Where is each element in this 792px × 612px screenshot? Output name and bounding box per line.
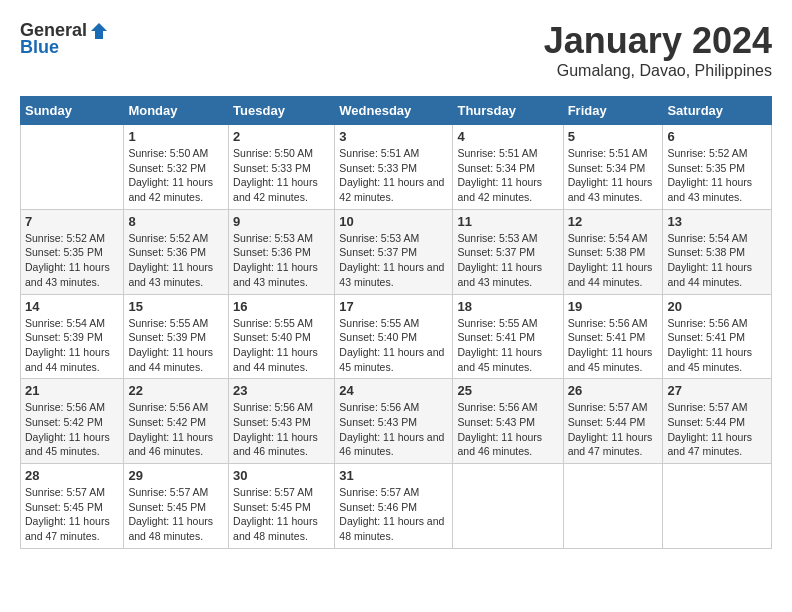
daylight-text: Daylight: 11 hours and 47 minutes. <box>667 431 752 458</box>
day-number: 26 <box>568 383 659 398</box>
calendar-cell: 19 Sunrise: 5:56 AM Sunset: 5:41 PM Dayl… <box>563 294 663 379</box>
weekday-header-saturday: Saturday <box>663 97 772 125</box>
sunrise-text: Sunrise: 5:50 AM <box>233 147 313 159</box>
day-number: 5 <box>568 129 659 144</box>
day-detail: Sunrise: 5:52 AM Sunset: 5:35 PM Dayligh… <box>667 146 767 205</box>
sunrise-text: Sunrise: 5:56 AM <box>667 317 747 329</box>
calendar-cell: 30 Sunrise: 5:57 AM Sunset: 5:45 PM Dayl… <box>229 464 335 549</box>
daylight-text: Daylight: 11 hours and 48 minutes. <box>128 515 213 542</box>
daylight-text: Daylight: 11 hours and 44 minutes. <box>667 261 752 288</box>
calendar-week-row: 7 Sunrise: 5:52 AM Sunset: 5:35 PM Dayli… <box>21 209 772 294</box>
day-detail: Sunrise: 5:57 AM Sunset: 5:46 PM Dayligh… <box>339 485 448 544</box>
calendar-cell: 1 Sunrise: 5:50 AM Sunset: 5:32 PM Dayli… <box>124 125 229 210</box>
sunset-text: Sunset: 5:35 PM <box>25 246 103 258</box>
day-detail: Sunrise: 5:56 AM Sunset: 5:43 PM Dayligh… <box>457 400 558 459</box>
sunset-text: Sunset: 5:46 PM <box>339 501 417 513</box>
sunrise-text: Sunrise: 5:50 AM <box>128 147 208 159</box>
calendar-cell: 31 Sunrise: 5:57 AM Sunset: 5:46 PM Dayl… <box>335 464 453 549</box>
svg-marker-0 <box>91 23 107 39</box>
day-detail: Sunrise: 5:53 AM Sunset: 5:37 PM Dayligh… <box>457 231 558 290</box>
weekday-header-friday: Friday <box>563 97 663 125</box>
day-number: 15 <box>128 299 224 314</box>
sunset-text: Sunset: 5:41 PM <box>667 331 745 343</box>
calendar-cell: 5 Sunrise: 5:51 AM Sunset: 5:34 PM Dayli… <box>563 125 663 210</box>
sunrise-text: Sunrise: 5:53 AM <box>339 232 419 244</box>
day-detail: Sunrise: 5:56 AM Sunset: 5:41 PM Dayligh… <box>667 316 767 375</box>
day-number: 9 <box>233 214 330 229</box>
daylight-text: Daylight: 11 hours and 45 minutes. <box>568 346 653 373</box>
weekday-header-wednesday: Wednesday <box>335 97 453 125</box>
day-detail: Sunrise: 5:56 AM Sunset: 5:43 PM Dayligh… <box>339 400 448 459</box>
sunset-text: Sunset: 5:36 PM <box>233 246 311 258</box>
daylight-text: Daylight: 11 hours and 45 minutes. <box>457 346 542 373</box>
calendar-cell: 10 Sunrise: 5:53 AM Sunset: 5:37 PM Dayl… <box>335 209 453 294</box>
sunrise-text: Sunrise: 5:57 AM <box>339 486 419 498</box>
daylight-text: Daylight: 11 hours and 42 minutes. <box>339 176 444 203</box>
daylight-text: Daylight: 11 hours and 48 minutes. <box>233 515 318 542</box>
calendar-cell: 2 Sunrise: 5:50 AM Sunset: 5:33 PM Dayli… <box>229 125 335 210</box>
daylight-text: Daylight: 11 hours and 42 minutes. <box>233 176 318 203</box>
sunset-text: Sunset: 5:43 PM <box>457 416 535 428</box>
day-detail: Sunrise: 5:54 AM Sunset: 5:38 PM Dayligh… <box>667 231 767 290</box>
daylight-text: Daylight: 11 hours and 43 minutes. <box>25 261 110 288</box>
sunrise-text: Sunrise: 5:55 AM <box>233 317 313 329</box>
sunrise-text: Sunrise: 5:56 AM <box>457 401 537 413</box>
sunset-text: Sunset: 5:32 PM <box>128 162 206 174</box>
daylight-text: Daylight: 11 hours and 46 minutes. <box>457 431 542 458</box>
daylight-text: Daylight: 11 hours and 43 minutes. <box>667 176 752 203</box>
calendar-cell: 27 Sunrise: 5:57 AM Sunset: 5:44 PM Dayl… <box>663 379 772 464</box>
sunrise-text: Sunrise: 5:57 AM <box>233 486 313 498</box>
sunset-text: Sunset: 5:39 PM <box>25 331 103 343</box>
calendar-cell <box>453 464 563 549</box>
daylight-text: Daylight: 11 hours and 46 minutes. <box>339 431 444 458</box>
daylight-text: Daylight: 11 hours and 44 minutes. <box>25 346 110 373</box>
daylight-text: Daylight: 11 hours and 45 minutes. <box>339 346 444 373</box>
sunrise-text: Sunrise: 5:52 AM <box>128 232 208 244</box>
calendar-cell: 26 Sunrise: 5:57 AM Sunset: 5:44 PM Dayl… <box>563 379 663 464</box>
sunrise-text: Sunrise: 5:51 AM <box>339 147 419 159</box>
calendar-cell: 15 Sunrise: 5:55 AM Sunset: 5:39 PM Dayl… <box>124 294 229 379</box>
day-number: 12 <box>568 214 659 229</box>
sunrise-text: Sunrise: 5:57 AM <box>128 486 208 498</box>
calendar-week-row: 1 Sunrise: 5:50 AM Sunset: 5:32 PM Dayli… <box>21 125 772 210</box>
day-detail: Sunrise: 5:55 AM Sunset: 5:40 PM Dayligh… <box>233 316 330 375</box>
sunrise-text: Sunrise: 5:51 AM <box>457 147 537 159</box>
calendar-cell: 17 Sunrise: 5:55 AM Sunset: 5:40 PM Dayl… <box>335 294 453 379</box>
daylight-text: Daylight: 11 hours and 46 minutes. <box>128 431 213 458</box>
calendar-cell: 6 Sunrise: 5:52 AM Sunset: 5:35 PM Dayli… <box>663 125 772 210</box>
daylight-text: Daylight: 11 hours and 45 minutes. <box>667 346 752 373</box>
calendar-cell <box>663 464 772 549</box>
daylight-text: Daylight: 11 hours and 42 minutes. <box>457 176 542 203</box>
day-number: 19 <box>568 299 659 314</box>
calendar-cell: 14 Sunrise: 5:54 AM Sunset: 5:39 PM Dayl… <box>21 294 124 379</box>
logo: General Blue <box>20 20 109 58</box>
day-detail: Sunrise: 5:56 AM Sunset: 5:43 PM Dayligh… <box>233 400 330 459</box>
day-detail: Sunrise: 5:52 AM Sunset: 5:36 PM Dayligh… <box>128 231 224 290</box>
day-detail: Sunrise: 5:55 AM Sunset: 5:41 PM Dayligh… <box>457 316 558 375</box>
day-number: 27 <box>667 383 767 398</box>
calendar-cell: 20 Sunrise: 5:56 AM Sunset: 5:41 PM Dayl… <box>663 294 772 379</box>
day-detail: Sunrise: 5:53 AM Sunset: 5:36 PM Dayligh… <box>233 231 330 290</box>
sunrise-text: Sunrise: 5:57 AM <box>568 401 648 413</box>
calendar-cell: 25 Sunrise: 5:56 AM Sunset: 5:43 PM Dayl… <box>453 379 563 464</box>
sunset-text: Sunset: 5:45 PM <box>128 501 206 513</box>
day-detail: Sunrise: 5:57 AM Sunset: 5:44 PM Dayligh… <box>568 400 659 459</box>
day-number: 4 <box>457 129 558 144</box>
day-number: 23 <box>233 383 330 398</box>
sunrise-text: Sunrise: 5:55 AM <box>128 317 208 329</box>
calendar-cell: 29 Sunrise: 5:57 AM Sunset: 5:45 PM Dayl… <box>124 464 229 549</box>
calendar-cell <box>21 125 124 210</box>
daylight-text: Daylight: 11 hours and 42 minutes. <box>128 176 213 203</box>
weekday-header-sunday: Sunday <box>21 97 124 125</box>
sunset-text: Sunset: 5:42 PM <box>128 416 206 428</box>
daylight-text: Daylight: 11 hours and 43 minutes. <box>339 261 444 288</box>
day-number: 7 <box>25 214 119 229</box>
weekday-header-row: SundayMondayTuesdayWednesdayThursdayFrid… <box>21 97 772 125</box>
sunrise-text: Sunrise: 5:55 AM <box>339 317 419 329</box>
calendar-cell: 7 Sunrise: 5:52 AM Sunset: 5:35 PM Dayli… <box>21 209 124 294</box>
day-detail: Sunrise: 5:51 AM Sunset: 5:34 PM Dayligh… <box>457 146 558 205</box>
sunset-text: Sunset: 5:40 PM <box>233 331 311 343</box>
day-number: 20 <box>667 299 767 314</box>
sunset-text: Sunset: 5:45 PM <box>25 501 103 513</box>
sunset-text: Sunset: 5:43 PM <box>339 416 417 428</box>
